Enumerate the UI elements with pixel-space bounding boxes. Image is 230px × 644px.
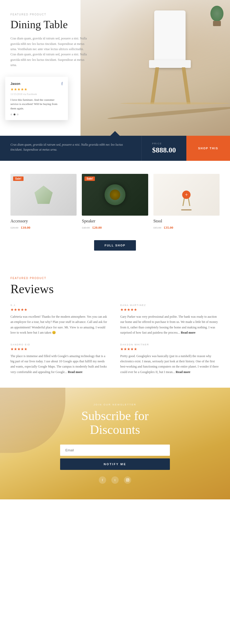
sale-badge-speaker: Sale! xyxy=(84,176,95,181)
reviews-title: Reviews xyxy=(10,282,220,296)
add-to-cart-button[interactable]: + xyxy=(182,191,191,199)
hero-content: FEATURED PRODUCT Dining Table Cras diam … xyxy=(0,0,99,81)
shop-this-button[interactable]: SHOP THIS xyxy=(186,136,230,161)
read-more-4[interactable]: Read more xyxy=(176,370,190,374)
product-name-stool: Stool xyxy=(153,219,220,223)
social-icons: f t xyxy=(60,476,170,484)
product-card-speaker: Sale! Speaker £40.00 £20.00 xyxy=(82,174,148,230)
price-bar-text: Cras diam quam, gravida id rutrum sed, p… xyxy=(0,136,141,161)
product-new-price-speaker: £20.00 xyxy=(93,226,102,229)
dot-1[interactable] xyxy=(10,114,12,115)
review-body-3: The place is immense and filled with Goo… xyxy=(10,353,110,375)
review-stars-4: ★★★★★ xyxy=(120,347,220,351)
review-item-1: S.J. ★★★★★ Cafeteria was excellent! Than… xyxy=(10,304,110,335)
notify-button[interactable]: NOTIFY ME xyxy=(60,458,170,470)
product-image-accessory: Sale! xyxy=(10,174,77,216)
product-card-accessory: Sale! Accessory £20.00 £10.00 xyxy=(10,174,77,230)
product-old-price-speaker: £40.00 xyxy=(82,226,90,229)
facebook-icon: f xyxy=(61,81,63,86)
featured-label: FEATURED PRODUCT xyxy=(10,13,89,16)
full-shop-wrapper: FULL SHOP xyxy=(10,240,220,251)
review-card: Jason f ★★★★★ 11/15/2018 via Facebook I … xyxy=(5,77,68,120)
read-more-2[interactable]: Read more xyxy=(181,331,196,334)
review-date: 11/15/2018 via Facebook xyxy=(10,93,63,96)
review-body-4: Pretty good. Googleplex was basically (p… xyxy=(120,353,220,375)
product-pricing-speaker: £40.00 £20.00 xyxy=(82,225,148,230)
newsletter-label: JOIN OUR NEWSLETTER xyxy=(60,403,170,406)
products-grid: Sale! Accessory £20.00 £10.00 Sale! xyxy=(10,174,220,230)
review-stars-1: ★★★★★ xyxy=(10,308,110,312)
hero-section: FEATURED PRODUCT Dining Table Cras diam … xyxy=(0,0,230,136)
reviews-grid: S.J. ★★★★★ Cafeteria was excellent! Than… xyxy=(10,304,220,375)
product-pricing-accessory: £20.00 £10.00 xyxy=(10,225,77,230)
svg-point-1 xyxy=(127,479,128,481)
newsletter-title: Subscribe for Discounts xyxy=(60,409,170,437)
speaker-icon xyxy=(105,184,125,205)
price-section: PRICE $888.00 xyxy=(141,136,186,161)
hero-image-visual xyxy=(80,0,230,136)
review-body-1: Cafeteria was excellent! Thanks for the … xyxy=(10,314,110,335)
dot-2[interactable] xyxy=(14,114,15,115)
reviewer-name: Jason xyxy=(10,82,20,86)
product-old-price-accessory: £20.00 xyxy=(10,226,18,229)
review-body-2: Gary Parker was very professional and po… xyxy=(120,314,220,335)
products-section: Sale! Accessory £20.00 £10.00 Sale! xyxy=(0,161,230,264)
hero-description: Cras diam quam, gravida id rutrum sed, p… xyxy=(10,36,89,68)
product-name-speaker: Speaker xyxy=(82,219,148,223)
review-item-4: DAKSON WHITNER ★★★★★ Pretty good. Google… xyxy=(120,343,220,375)
twitter-social-icon[interactable]: t xyxy=(111,476,119,484)
product-name-accessory: Accessory xyxy=(10,219,77,223)
facebook-social-icon[interactable]: f xyxy=(99,476,106,484)
price-label: PRICE xyxy=(152,142,176,145)
chair-visual xyxy=(139,8,217,117)
newsletter-section: JOIN OUR NEWSLETTER Subscribe for Discou… xyxy=(0,388,230,499)
product-image-stool: + xyxy=(153,174,220,216)
sale-badge-accessory: Sale! xyxy=(13,176,24,181)
product-card-stool: + Stool £65.00 £35.00 xyxy=(153,174,220,230)
product-image-speaker: Sale! xyxy=(82,174,148,216)
plant-visual xyxy=(209,5,225,26)
reviewer-label-4: DAKSON WHITNER xyxy=(120,343,220,346)
reviewer-label-1: S.J. xyxy=(10,304,110,306)
product-new-price-stool: £35.00 xyxy=(164,226,173,229)
reviews-featured-label: FEATURED PRODUCT xyxy=(10,277,220,280)
svg-rect-0 xyxy=(126,478,129,481)
dot-3[interactable] xyxy=(17,114,19,115)
review-item-3: SANDRO EID ★★★★★ The place is immense an… xyxy=(10,343,110,375)
newsletter-content: JOIN OUR NEWSLETTER Subscribe for Discou… xyxy=(50,388,180,499)
reviewer-label-2: DANA MARTINEZ xyxy=(120,304,220,306)
svg-point-2 xyxy=(128,479,129,480)
review-item-2: DANA MARTINEZ ★★★★★ Gary Parker was very… xyxy=(120,304,220,335)
reviews-section: FEATURED PRODUCT Reviews S.J. ★★★★★ Cafe… xyxy=(0,264,230,388)
reviewer-label-3: SANDRO EID xyxy=(10,343,110,346)
product-new-price-accessory: £10.00 xyxy=(21,226,30,229)
read-more-3[interactable]: Read more xyxy=(68,370,83,374)
review-text: I love this furniture. And the customer … xyxy=(10,98,63,111)
price-bar: Cras diam quam, gravida id rutrum sed, p… xyxy=(0,136,230,161)
email-input[interactable] xyxy=(60,445,170,456)
instagram-social-icon[interactable] xyxy=(124,476,131,484)
gem-icon xyxy=(34,186,53,204)
hero-title: Dining Table xyxy=(10,19,89,31)
product-pricing-stool: £65.00 £35.00 xyxy=(153,225,220,230)
review-stars: ★★★★★ xyxy=(10,87,63,92)
review-stars-3: ★★★★★ xyxy=(10,347,110,351)
carousel-dots xyxy=(10,114,63,115)
review-stars-2: ★★★★★ xyxy=(120,308,220,312)
hero-image xyxy=(80,0,230,136)
product-old-price-stool: £65.00 xyxy=(153,226,161,229)
price-value: $888.00 xyxy=(152,146,176,154)
full-shop-button[interactable]: FULL SHOP xyxy=(94,240,136,251)
